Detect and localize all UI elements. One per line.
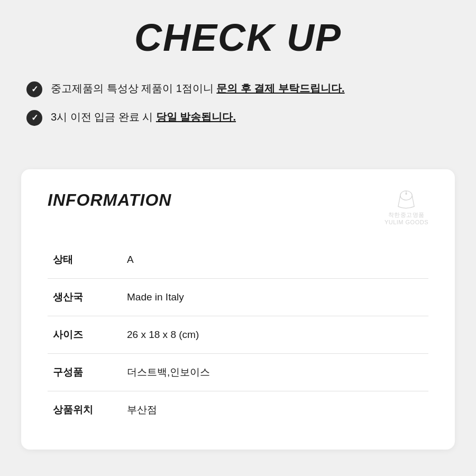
table-row-components: 구성품 더스트백,인보이스 (48, 354, 428, 391)
svg-point-2 (406, 193, 407, 195)
info-title: INFORMATION (48, 190, 171, 210)
value-status: A (122, 241, 428, 279)
label-size: 사이즈 (48, 316, 122, 354)
value-origin: Made in Italy (122, 279, 428, 316)
table-row-size: 사이즈 26 x 18 x 8 (cm) (48, 316, 428, 354)
checklist-text-2: 3시 이전 입금 완료 시 당일 발송됩니다. (51, 109, 450, 125)
top-section: CHECK UP 중고제품의 특성상 제품이 1점이니 문의 후 결제 부탁드립… (0, 0, 476, 159)
checklist-text-1: 중고제품의 특성상 제품이 1점이니 문의 후 결제 부탁드립니다. (51, 80, 450, 96)
watermark-icon (396, 190, 417, 209)
checklist: 중고제품의 특성상 제품이 1점이니 문의 후 결제 부탁드립니다. 3시 이전… (26, 80, 450, 126)
value-size: 26 x 18 x 8 (cm) (122, 316, 428, 354)
checklist-item-2: 3시 이전 입금 완료 시 당일 발송됩니다. (26, 109, 450, 126)
checklist-bold-1: 문의 후 결제 부탁드립니다. (216, 83, 344, 94)
watermark-text-line2: YULIM GOODS (385, 219, 428, 225)
check-icon-1 (26, 81, 42, 97)
watermark-text-line1: 착한중고명품 (388, 211, 425, 219)
checklist-bold-2: 당일 발송됩니다. (156, 111, 236, 123)
label-location: 상품위치 (48, 391, 122, 429)
label-components: 구성품 (48, 354, 122, 391)
label-status: 상태 (48, 241, 122, 279)
info-header: INFORMATION 착한중고명품 YULIM GOODS (48, 190, 428, 225)
page-title: CHECK UP (26, 16, 450, 59)
watermark: 착한중고명품 YULIM GOODS (385, 190, 428, 225)
label-origin: 생산국 (48, 279, 122, 316)
value-location: 부산점 (122, 391, 428, 429)
table-row-origin: 생산국 Made in Italy (48, 279, 428, 316)
table-row-location: 상품위치 부산점 (48, 391, 428, 429)
table-row-status: 상태 A (48, 241, 428, 279)
info-card: INFORMATION 착한중고명품 YULIM GOODS 상태 A 생산국 … (21, 169, 455, 450)
info-table: 상태 A 생산국 Made in Italy 사이즈 26 x 18 x 8 (… (48, 241, 428, 428)
value-components: 더스트백,인보이스 (122, 354, 428, 391)
check-icon-2 (26, 110, 42, 126)
checklist-item-1: 중고제품의 특성상 제품이 1점이니 문의 후 결제 부탁드립니다. (26, 80, 450, 97)
